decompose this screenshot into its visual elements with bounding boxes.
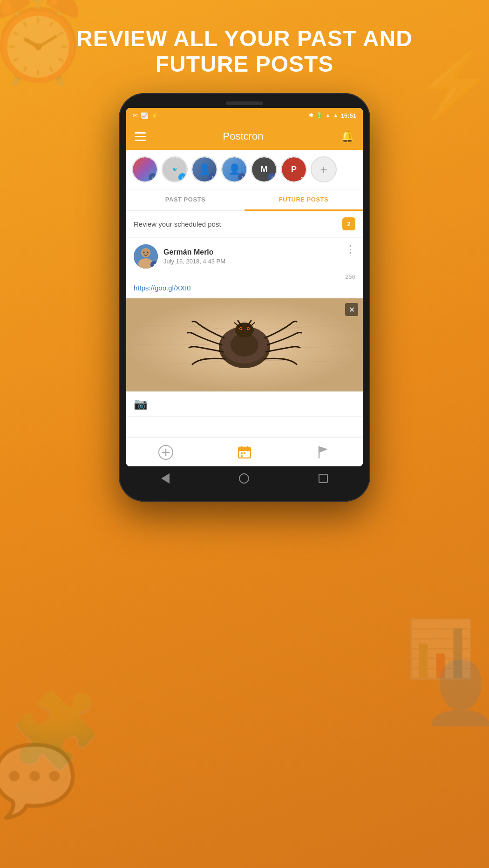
time-display: 15:51	[341, 112, 356, 119]
svg-point-13	[240, 328, 242, 330]
plus-icon: +	[320, 162, 327, 177]
content-area: Review your scheduled post 2	[126, 211, 363, 437]
post-image: ✕	[126, 298, 363, 391]
remove-image-button[interactable]: ✕	[345, 303, 358, 316]
nav-recent-button[interactable]	[319, 474, 328, 483]
svg-point-14	[248, 328, 249, 330]
bg-person-icon: 👤	[423, 658, 489, 728]
status-bar: ✉ 📈 ⚡ ✱ 🔋 ▲ ▲ 15:51	[126, 108, 363, 123]
bottom-navigation	[126, 437, 363, 466]
phone-screen: ✉ 📈 ⚡ ✱ 🔋 ▲ ▲ 15:51	[126, 108, 363, 466]
post-author-name: Germán Merlo	[163, 248, 225, 256]
status-right-area: ✱ 🔋 ▲ ▲ 15:51	[309, 112, 356, 119]
nav-back-button[interactable]	[161, 473, 170, 484]
battery-icon: 🔋	[316, 112, 323, 119]
svg-point-4	[143, 252, 145, 253]
mail-icon: ✉	[133, 112, 138, 119]
add-account-button[interactable]: +	[311, 156, 337, 182]
camera-icon[interactable]: 📷	[134, 397, 148, 410]
post-author-details: Germán Merlo July 16, 2018, 4:43 PM	[163, 248, 225, 265]
post-author-avatar: f	[134, 244, 158, 269]
flag-button[interactable]	[312, 441, 335, 464]
scheduled-count-badge: 2	[342, 217, 355, 230]
post-url[interactable]: https://goo.gl/XXI0	[126, 282, 363, 298]
phone-speaker	[226, 101, 263, 105]
post-text-input[interactable]	[126, 416, 363, 437]
svg-rect-24	[241, 455, 243, 457]
phone-nav-bar	[126, 466, 363, 491]
svg-rect-23	[244, 452, 245, 454]
account-avatar-2[interactable]: 🐦 t	[162, 156, 188, 182]
page-header: REVIEW ALL YOUR PAST AND FUTURE POSTS	[0, 26, 489, 77]
signal-icon: ▲	[333, 112, 339, 119]
notifications-bell-icon[interactable]: 🔔	[340, 130, 354, 143]
calendar-button[interactable]	[233, 441, 256, 464]
svg-point-5	[147, 252, 149, 253]
header-title-line2: FUTURE POSTS	[28, 51, 461, 77]
tabs-row: PAST POSTS FUTURE POSTS	[126, 189, 363, 211]
accounts-row: f 🐦 t 👤 f	[126, 150, 363, 189]
account-avatar-6[interactable]: P ●	[281, 156, 307, 182]
post-options-button[interactable]: ⋮	[345, 244, 355, 255]
tab-future-posts[interactable]: FUTURE POSTS	[244, 189, 363, 211]
post-user-info: f Germán Merlo July 16, 2018, 4:43 PM	[134, 244, 225, 269]
hamburger-menu-button[interactable]	[135, 132, 146, 141]
tab-past-posts[interactable]: PAST POSTS	[126, 189, 244, 210]
account-avatar-4[interactable]: 👤 f	[221, 156, 247, 182]
flash-icon: ⚡	[151, 112, 158, 119]
svg-rect-19	[238, 447, 251, 451]
account-avatar-1[interactable]: f	[132, 156, 158, 182]
phone-mockup: ✉ 📈 ⚡ ✱ 🔋 ▲ ▲ 15:51	[119, 93, 370, 502]
svg-point-3	[142, 249, 150, 257]
chart-icon: 📈	[141, 112, 148, 119]
scheduled-header: Review your scheduled post 2	[126, 211, 363, 237]
post-avatar-image: f	[134, 244, 158, 269]
status-left-icons: ✉ 📈 ⚡	[133, 112, 158, 119]
bluetooth-icon: ✱	[309, 112, 313, 119]
post-date: July 16, 2018, 4:43 PM	[163, 258, 225, 265]
post-header: f Germán Merlo July 16, 2018, 4:43 PM ⋮	[126, 238, 363, 273]
svg-rect-22	[241, 452, 243, 454]
post-card: f Germán Merlo July 16, 2018, 4:43 PM ⋮ …	[126, 238, 363, 437]
bg-speech-icon: 💬	[0, 740, 78, 821]
wifi-icon: ▲	[325, 112, 331, 119]
svg-point-10	[235, 323, 254, 337]
header-title-line1: REVIEW ALL YOUR PAST AND	[28, 26, 461, 51]
account-avatar-3[interactable]: 👤 f	[191, 156, 217, 182]
app-title: Postcron	[223, 130, 264, 142]
account-avatar-5[interactable]: M f	[251, 156, 277, 182]
scheduled-title: Review your scheduled post	[134, 220, 221, 228]
add-post-button[interactable]	[154, 441, 177, 464]
char-count: 256	[126, 273, 363, 282]
app-header: Postcron 🔔	[126, 123, 363, 150]
photo-input-row: 📷	[126, 391, 363, 416]
nav-home-button[interactable]	[239, 473, 249, 484]
